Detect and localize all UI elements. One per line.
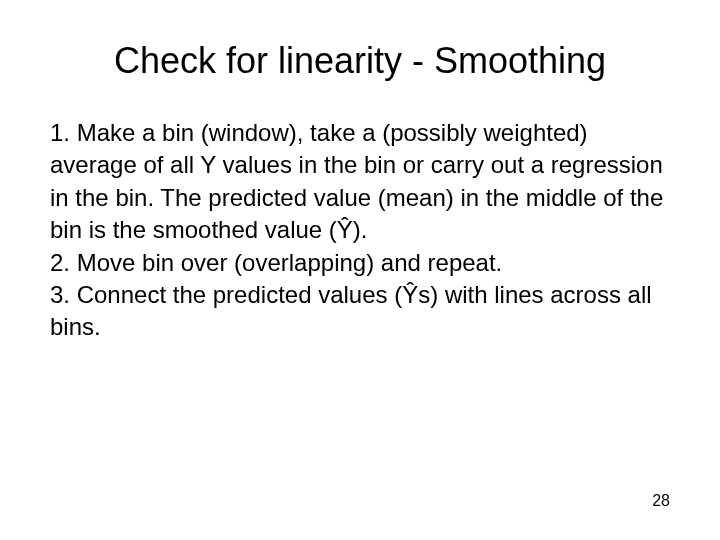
step-2: 2. Move bin over (overlapping) and repea… — [50, 247, 670, 279]
step-1: 1. Make a bin (window), take a (possibly… — [50, 117, 670, 247]
page-number: 28 — [652, 492, 670, 510]
slide-title: Check for linearity - Smoothing — [50, 40, 670, 82]
step-3: 3. Connect the predicted values (Ŷs) wit… — [50, 279, 670, 344]
slide-body: 1. Make a bin (window), take a (possibly… — [50, 117, 670, 344]
